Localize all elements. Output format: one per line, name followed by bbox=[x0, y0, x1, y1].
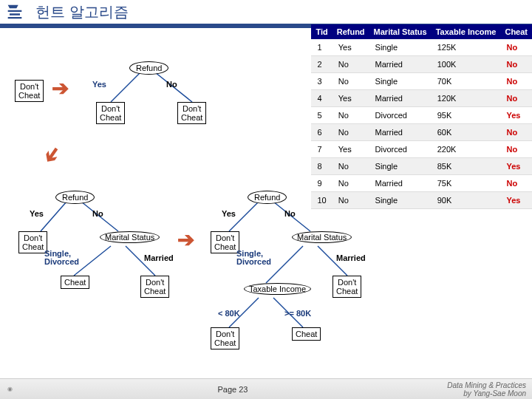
slide-footer: ◉ Page 23 Data Mining & Practicesby Yang… bbox=[0, 378, 532, 399]
table-row: 5NoDivorced95KYes bbox=[311, 107, 532, 124]
table-cell: 5 bbox=[311, 107, 332, 124]
node-dontcheat-2a: Don'tCheat bbox=[96, 102, 125, 124]
table-cell: 7 bbox=[311, 141, 332, 158]
table-cell: Married bbox=[369, 90, 432, 107]
table-cell: 10 bbox=[311, 192, 332, 209]
node-root-dontcheat: Don'tCheat bbox=[15, 80, 44, 102]
node-cheat-3: Cheat bbox=[61, 276, 89, 289]
table-cell: No bbox=[332, 73, 369, 90]
table-row: 10NoSingle90KYes bbox=[311, 192, 532, 209]
table-cell: 85K bbox=[432, 158, 501, 175]
table-cell: 120K bbox=[432, 90, 501, 107]
table-cell: No bbox=[332, 158, 369, 175]
table-cell: No bbox=[500, 56, 532, 73]
table-cell: 9 bbox=[311, 175, 332, 192]
table-cell: No bbox=[332, 107, 369, 124]
table-header: Refund bbox=[332, 24, 369, 39]
header-icon bbox=[0, 0, 30, 26]
edge-label-singlediv-2: Single, Divorced bbox=[236, 250, 281, 266]
table-header: Taxable Income bbox=[432, 24, 501, 39]
node-refund-2: Refund bbox=[55, 191, 95, 204]
table-cell: 2 bbox=[311, 56, 332, 73]
table-cell: No bbox=[500, 90, 532, 107]
table-cell: No bbox=[500, 39, 532, 56]
edge-label-married-1: Married bbox=[144, 253, 174, 262]
table-cell: No bbox=[332, 124, 369, 141]
svg-line-2 bbox=[41, 202, 66, 231]
table-cell: No bbox=[332, 192, 369, 209]
table-cell: Yes bbox=[500, 107, 532, 124]
svg-line-0 bbox=[111, 72, 140, 102]
table-cell: 75K bbox=[432, 175, 501, 192]
table-row: 2NoMarried100KNo bbox=[311, 56, 532, 73]
table-row: 3NoSingle70KNo bbox=[311, 73, 532, 90]
table-cell: 60K bbox=[432, 124, 501, 141]
table-cell: 95K bbox=[432, 107, 501, 124]
node-refund-3: Refund bbox=[248, 191, 287, 204]
edge-label-ge80: >= 80K bbox=[284, 309, 311, 318]
slide-title: 헌트 알고리즘 bbox=[30, 2, 129, 22]
table-cell: 90K bbox=[432, 192, 501, 209]
table-cell: Single bbox=[369, 73, 432, 90]
edge-label-no-1: No bbox=[166, 80, 177, 89]
table-cell: No bbox=[500, 175, 532, 192]
edge-label-married-2: Married bbox=[336, 253, 366, 262]
node-dontcheat-4b: Don'tCheat bbox=[332, 276, 361, 298]
table-cell: 220K bbox=[432, 141, 501, 158]
table-cell: 100K bbox=[432, 56, 501, 73]
node-dontcheat-3b: Don'tCheat bbox=[140, 276, 169, 298]
table-row: 7YesDivorced220KNo bbox=[311, 141, 532, 158]
table-cell: 3 bbox=[311, 73, 332, 90]
table-header: Tid bbox=[311, 24, 332, 39]
edge-label-singlediv-1: Single, Divorced bbox=[44, 250, 89, 266]
edge-label-lt80: < 80K bbox=[218, 309, 240, 318]
table-row: 8NoSingle85KYes bbox=[311, 158, 532, 175]
table-cell: Single bbox=[369, 158, 432, 175]
node-refund-1: Refund bbox=[129, 61, 168, 75]
node-dontcheat-3a: Don'tCheat bbox=[18, 231, 47, 253]
table-cell: No bbox=[332, 175, 369, 192]
footer-logo: ◉ bbox=[0, 386, 44, 392]
table-cell: 8 bbox=[311, 158, 332, 175]
table-cell: 6 bbox=[311, 124, 332, 141]
edge-label-yes-3: Yes bbox=[222, 209, 236, 218]
arrow-right-1: ➔ bbox=[52, 76, 69, 100]
table-cell: Single bbox=[369, 192, 432, 209]
table-header: Marital Status bbox=[369, 24, 432, 39]
training-data-table: TidRefundMarital StatusTaxable IncomeChe… bbox=[311, 24, 532, 209]
table-cell: Divorced bbox=[369, 107, 432, 124]
table-header: Cheat bbox=[500, 24, 532, 39]
table-cell: Yes bbox=[500, 158, 532, 175]
node-cheat-4: Cheat bbox=[292, 327, 321, 341]
edge-label-no-3: No bbox=[284, 209, 296, 218]
table-cell: Yes bbox=[500, 192, 532, 209]
node-dontcheat-2b: Don'tCheat bbox=[177, 102, 206, 124]
table-cell: 4 bbox=[311, 90, 332, 107]
edge-label-yes-1: Yes bbox=[92, 80, 106, 89]
table-row: 9NoMarried75KNo bbox=[311, 175, 532, 192]
table-row: 1YesSingle125KNo bbox=[311, 39, 532, 56]
table-row: 4YesMarried120KNo bbox=[311, 90, 532, 107]
diagram-area: TidRefundMarital StatusTaxable IncomeChe… bbox=[0, 28, 532, 374]
table-cell: Married bbox=[369, 56, 432, 73]
table-cell: Single bbox=[369, 39, 432, 56]
table-cell: Married bbox=[369, 124, 432, 141]
node-dontcheat-4c: Don'tCheat bbox=[211, 327, 239, 349]
table-cell: 125K bbox=[432, 39, 501, 56]
node-marital-1: Marital Status bbox=[100, 231, 160, 243]
table-row: 6NoMarried60KNo bbox=[311, 124, 532, 141]
table-cell: 70K bbox=[432, 73, 501, 90]
table-cell: Divorced bbox=[369, 141, 432, 158]
table-cell: No bbox=[500, 73, 532, 90]
node-taxable: Taxable Income bbox=[244, 283, 311, 295]
arrow-right-2: ➔ bbox=[177, 228, 194, 252]
table-cell: Yes bbox=[332, 90, 369, 107]
edge-label-no-2: No bbox=[92, 209, 103, 218]
table-cell: Yes bbox=[332, 141, 369, 158]
table-cell: Yes bbox=[332, 39, 369, 56]
arrow-down-1: ➔ bbox=[38, 141, 67, 169]
table-cell: No bbox=[500, 141, 532, 158]
table-cell: No bbox=[332, 56, 369, 73]
table-cell: Married bbox=[369, 175, 432, 192]
page-number: Page 23 bbox=[44, 385, 421, 394]
